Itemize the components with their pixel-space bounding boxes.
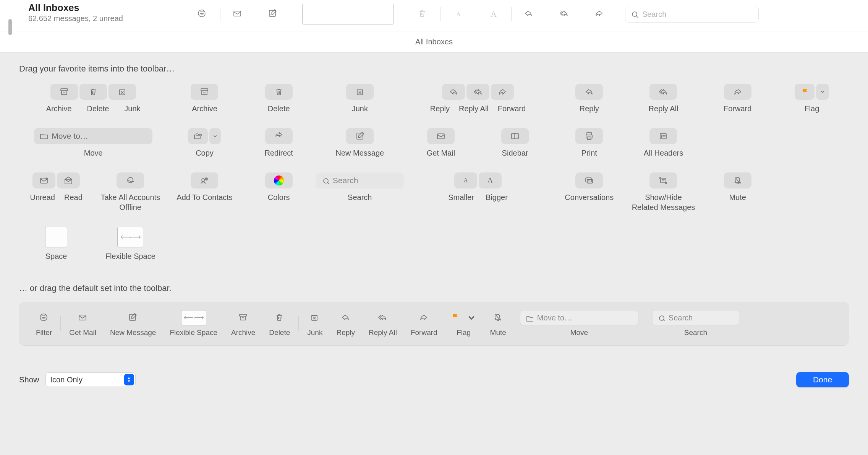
palette-all-headers[interactable]: All Headers <box>644 128 683 158</box>
palette-copy[interactable]: Copy <box>188 128 221 158</box>
reply-all-button[interactable] <box>547 5 582 23</box>
palette-flag[interactable]: Flag <box>795 84 829 114</box>
palette-conversations[interactable]: Conversations <box>565 172 614 202</box>
palette-archive[interactable]: Archive <box>191 84 218 114</box>
bigger-text-icon: A <box>487 176 493 185</box>
palette-reply[interactable]: Reply <box>575 84 603 114</box>
smaller-text-icon: A <box>463 177 468 184</box>
ds-reply[interactable]: Reply <box>329 310 362 337</box>
palette-space[interactable]: Space <box>45 227 67 261</box>
mail-toolbar: All Inboxes 62,652 messages, 2 unread A … <box>0 0 868 31</box>
ds-flexible-space[interactable]: ⟵·⟶ Flexible Space <box>163 310 224 337</box>
offline-icon <box>126 176 135 185</box>
filter-button[interactable] <box>185 5 220 23</box>
trash-icon <box>274 87 283 96</box>
archive-button[interactable] <box>405 5 440 23</box>
ds-forward[interactable]: Forward <box>404 310 444 337</box>
show-mode-select[interactable]: Icon Only <box>45 372 136 387</box>
default-toolbar-set[interactable]: Filter Get Mail New Message ⟵·⟶ Flexible… <box>19 302 849 346</box>
conversations-icon <box>585 176 594 185</box>
junk-icon <box>118 87 127 96</box>
junk-icon <box>355 87 364 96</box>
palette-colors[interactable]: Colors <box>265 172 293 202</box>
ds-filter[interactable]: Filter <box>29 310 59 337</box>
search-icon <box>322 177 329 184</box>
smaller-text-button[interactable]: A <box>441 5 476 23</box>
print-icon <box>585 132 594 141</box>
archive-icon <box>238 313 248 323</box>
folder-icon <box>526 314 533 322</box>
message-list-header: All Inboxes <box>0 31 868 53</box>
ds-mute[interactable]: Mute <box>483 310 513 337</box>
palette-sidebar[interactable]: Sidebar <box>501 128 529 158</box>
palette-reply-replyall-forward[interactable]: Reply Reply All Forward <box>430 84 526 114</box>
palette-add-to-contacts[interactable]: Add To Contacts <box>177 172 232 202</box>
mailbox-title: All Inboxes <box>28 2 170 13</box>
forward-icon <box>498 87 507 96</box>
palette-new-message[interactable]: New Message <box>335 128 384 158</box>
read-icon <box>64 176 73 185</box>
palette-mute[interactable]: Mute <box>724 172 751 202</box>
chevron-down-icon <box>466 313 476 323</box>
reply-all-icon <box>473 87 483 96</box>
search-field[interactable]: Search <box>625 6 759 23</box>
palette-delete[interactable]: Delete <box>265 84 293 114</box>
trash-icon <box>89 87 98 96</box>
trash-icon <box>275 313 285 323</box>
palette-reply-all[interactable]: Reply All <box>649 84 679 114</box>
ds-flag[interactable]: Flag <box>444 310 483 337</box>
mute-icon <box>493 313 503 323</box>
space-icon <box>45 227 67 247</box>
palette-related-messages[interactable]: Show/Hide Related Messages <box>632 172 695 212</box>
palette-junk[interactable]: Junk <box>346 84 374 114</box>
unread-icon <box>39 176 49 185</box>
reply-button[interactable] <box>512 5 547 23</box>
palette-flexible-space[interactable]: ⟵·⟶ Flexible Space <box>105 227 155 261</box>
toolbar-flexible-space[interactable] <box>302 4 394 24</box>
ds-move[interactable]: Move to… Move <box>513 310 645 337</box>
get-mail-button[interactable] <box>220 5 256 23</box>
palette-take-offline[interactable]: Take All Accounts Offline <box>100 172 160 212</box>
ds-reply-all[interactable]: Reply All <box>362 310 404 337</box>
chevron-down-icon <box>212 133 218 139</box>
search-icon <box>658 314 665 321</box>
flag-icon <box>451 313 461 323</box>
bigger-text-button[interactable]: A <box>476 5 511 23</box>
ds-junk[interactable]: Junk <box>300 310 329 337</box>
flag-icon <box>801 88 808 96</box>
ds-delete[interactable]: Delete <box>262 310 297 337</box>
forward-button[interactable] <box>582 5 617 23</box>
ds-get-mail[interactable]: Get Mail <box>62 310 103 337</box>
sidebar-scrollbar[interactable] <box>0 0 13 31</box>
headers-icon <box>659 132 668 141</box>
done-button[interactable]: Done <box>796 372 849 387</box>
drag-instruction: Drag your favorite items into the toolba… <box>19 64 849 74</box>
customize-toolbar-sheet: Drag your favorite items into the toolba… <box>0 53 868 455</box>
add-contact-icon <box>200 176 209 185</box>
palette-redirect[interactable]: Redirect <box>264 128 293 158</box>
palette-archive-delete-junk[interactable]: Archive Delete Junk <box>46 84 141 114</box>
palette-search[interactable]: Search Search <box>316 172 404 202</box>
ds-archive[interactable]: Archive <box>224 310 262 337</box>
palette-move[interactable]: Move to… Move <box>34 128 152 158</box>
archive-icon <box>60 87 69 96</box>
ds-new-message[interactable]: New Message <box>103 310 163 337</box>
palette-print[interactable]: Print <box>575 128 603 158</box>
palette-forward[interactable]: Forward <box>724 84 751 114</box>
flexible-space-icon: ⟵·⟶ <box>117 227 143 247</box>
toolbar-item-palette: Archive Delete Junk Archive Delete Junk <box>19 84 849 261</box>
select-stepper-icon <box>124 374 134 385</box>
top-toolbar-items: A A Search <box>185 0 868 24</box>
forward-icon <box>733 87 742 96</box>
show-label: Show <box>19 375 39 384</box>
folder-icon <box>39 132 49 141</box>
ds-search[interactable]: Search Search <box>645 310 746 337</box>
compose-button[interactable] <box>256 5 291 23</box>
palette-smaller-bigger[interactable]: A A Smaller Bigger <box>448 172 508 202</box>
search-placeholder: Search <box>642 10 666 19</box>
palette-get-mail[interactable]: Get Mail <box>427 128 455 158</box>
reply-icon <box>449 87 458 96</box>
mailbox-subtitle: 62,652 messages, 2 unread <box>28 14 170 23</box>
palette-unread-read[interactable]: Unread Read <box>30 172 82 202</box>
filter-icon <box>39 313 49 323</box>
